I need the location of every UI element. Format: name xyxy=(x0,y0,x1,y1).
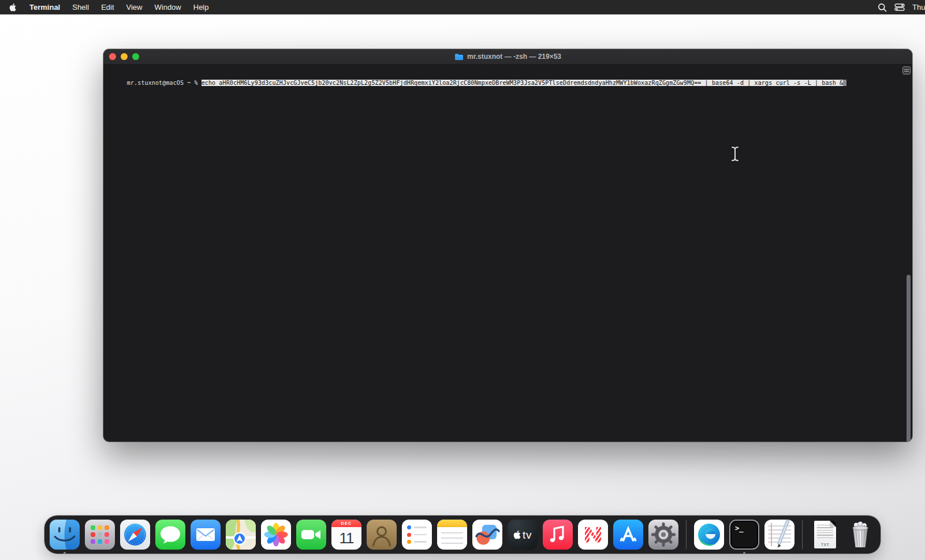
dock-item-maps[interactable] xyxy=(226,520,256,550)
messages-icon xyxy=(155,520,185,550)
menu-shell[interactable]: Shell xyxy=(72,3,89,12)
spotlight-search-button[interactable] xyxy=(878,0,887,14)
traffic-lights xyxy=(109,53,139,60)
calendar-icon: DEC 11 xyxy=(331,520,361,550)
menu-help[interactable]: Help xyxy=(193,3,209,12)
launchpad-icon xyxy=(85,520,115,550)
apple-menu[interactable] xyxy=(9,2,17,12)
control-center-icon xyxy=(894,3,905,11)
control-center-button[interactable] xyxy=(894,0,905,14)
photos-icon xyxy=(261,520,291,550)
terminal-content[interactable]: mr.stuxnot@macOS ~ %echo aHR0cHM6Ly93d3c… xyxy=(103,65,912,442)
dock-item-freeform[interactable] xyxy=(472,520,502,550)
desktop: { "menu_bar": { "app_name": "Terminal", … xyxy=(0,0,925,560)
dock-item-news[interactable] xyxy=(578,520,608,550)
dock-item-txt-document[interactable]: TXT xyxy=(810,520,840,550)
dock-item-textedit[interactable] xyxy=(764,520,795,550)
dock-item-trash[interactable] xyxy=(845,520,875,550)
contacts-icon xyxy=(367,520,397,550)
dock-item-terminal[interactable]: >_ xyxy=(729,520,759,550)
close-button[interactable] xyxy=(109,53,116,60)
search-icon xyxy=(878,3,887,12)
facetime-icon xyxy=(296,520,326,550)
app-store-icon xyxy=(613,520,643,550)
finder-icon xyxy=(50,520,80,550)
window-title-bar[interactable]: mr.stuxnot — -zsh — 219×53 xyxy=(103,49,912,65)
dock-item-notes[interactable] xyxy=(437,520,467,550)
notes-icon xyxy=(437,520,467,550)
menu-app-name[interactable]: Terminal xyxy=(29,3,60,12)
freeform-icon xyxy=(472,520,502,550)
calendar-day: 11 xyxy=(331,527,361,550)
menu-view[interactable]: View xyxy=(126,3,143,12)
textedit-icon xyxy=(764,520,795,550)
edge-icon xyxy=(694,520,724,550)
pen-icon xyxy=(764,520,795,550)
news-icon xyxy=(578,520,608,550)
folder-icon xyxy=(454,53,464,61)
txt-label: TXT xyxy=(814,543,836,547)
menu-bar-clock[interactable]: Thu xyxy=(912,0,925,14)
scrollbar-marker-button[interactable] xyxy=(902,66,911,74)
calendar-month: DEC xyxy=(331,520,361,527)
window-title-text: mr.stuxnot — -zsh — 219×53 xyxy=(467,53,561,61)
maps-icon xyxy=(226,520,256,550)
dock-item-messages[interactable] xyxy=(155,520,185,550)
tv-label: tv xyxy=(523,529,532,540)
dock-item-reminders[interactable] xyxy=(402,520,432,550)
mouse-cursor-ibeam xyxy=(730,146,740,164)
dock-item-finder[interactable] xyxy=(50,520,80,550)
mail-icon xyxy=(191,520,221,550)
safari-icon xyxy=(120,520,150,550)
window-title: mr.stuxnot — -zsh — 219×53 xyxy=(454,53,561,61)
apple-tv-icon: tv xyxy=(508,520,538,550)
menu-edit[interactable]: Edit xyxy=(101,3,114,12)
dock-item-facetime[interactable] xyxy=(296,520,326,550)
shell-prompt: mr.stuxnot@macOS ~ % xyxy=(127,80,198,86)
minimize-button[interactable] xyxy=(121,53,128,60)
selected-command-text: echo aHR0cHM6Ly93d3cuZHJvcGJveC5jb20vc2N… xyxy=(202,80,843,86)
dock-item-system-settings[interactable] xyxy=(648,520,678,550)
scrollbar-thumb[interactable] xyxy=(907,275,911,442)
dock-item-contacts[interactable] xyxy=(367,520,397,550)
apple-logo-icon xyxy=(9,2,17,12)
dock-item-safari[interactable] xyxy=(120,520,150,550)
dock-item-calendar[interactable]: DEC 11 xyxy=(331,520,361,550)
menu-window[interactable]: Window xyxy=(155,3,181,12)
terminal-app-icon: >_ xyxy=(729,520,759,550)
settings-gear-icon xyxy=(648,520,678,550)
apple-logo-glyph xyxy=(513,529,522,540)
terminal-window: mr.stuxnot — -zsh — 219×53 mr.stuxnot@ma… xyxy=(103,49,912,442)
dock-divider xyxy=(802,520,803,549)
reminders-icon xyxy=(402,520,432,550)
dock-item-microsoft-edge[interactable] xyxy=(694,520,724,550)
zoom-button[interactable] xyxy=(132,53,139,60)
dock: DEC 11 xyxy=(44,516,881,554)
terminal-prompt-glyph: >_ xyxy=(735,524,743,532)
terminal-cursor xyxy=(843,80,846,86)
dock-item-music[interactable] xyxy=(543,520,573,550)
dock-item-app-store[interactable] xyxy=(613,520,643,550)
dock-item-launchpad[interactable] xyxy=(85,520,115,550)
dock-item-mail[interactable] xyxy=(191,520,221,550)
trash-icon xyxy=(845,520,875,550)
dock-divider xyxy=(686,520,687,549)
terminal-prompt-line: mr.stuxnot@macOS ~ %echo aHR0cHM6Ly93d3c… xyxy=(106,72,846,94)
txt-document-icon: TXT xyxy=(810,520,840,550)
menu-bar: Terminal Shell Edit View Window Help Thu xyxy=(0,0,925,14)
dock-item-photos[interactable] xyxy=(261,520,291,550)
dock-item-apple-tv[interactable]: tv xyxy=(508,520,538,550)
music-icon xyxy=(543,520,573,550)
